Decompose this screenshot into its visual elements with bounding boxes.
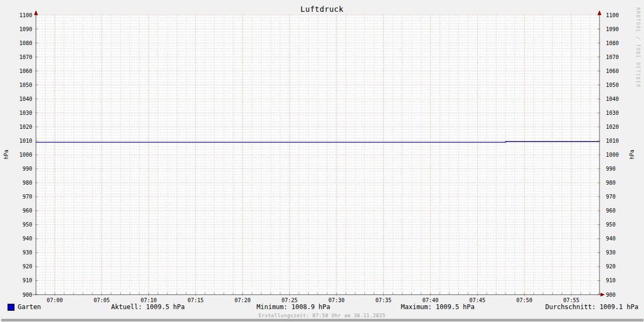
svg-text:950: 950 [606, 222, 616, 228]
svg-text:960: 960 [606, 208, 616, 214]
svg-text:hPa: hPa [3, 150, 9, 159]
series-color-swatch [8, 304, 14, 311]
svg-text:07:10: 07:10 [141, 297, 157, 303]
bottom-scrollbar [1, 319, 643, 321]
svg-text:920: 920 [23, 264, 32, 269]
svg-text:990: 990 [23, 166, 32, 172]
rrdtool-watermark: RRDTOOL / TOBI OETIKER [635, 8, 640, 88]
svg-text:900: 900 [606, 292, 616, 298]
svg-text:07:20: 07:20 [235, 297, 251, 303]
svg-text:930: 930 [606, 250, 616, 255]
svg-text:1030: 1030 [606, 110, 619, 116]
svg-text:1070: 1070 [606, 54, 619, 60]
svg-text:990: 990 [606, 166, 616, 172]
series-label: Garten [18, 303, 41, 311]
svg-text:940: 940 [23, 236, 32, 241]
svg-text:1030: 1030 [19, 110, 32, 116]
x-axis-arrow [601, 293, 605, 297]
stat-minimum: Minimum: 1008.9 hPa [257, 303, 330, 311]
creation-timestamp: Erstellungszeit: 07:58 Uhr am 30.11.2025 [0, 313, 644, 318]
svg-text:07:55: 07:55 [563, 297, 579, 303]
svg-text:1090: 1090 [19, 26, 32, 32]
svg-text:07:35: 07:35 [375, 297, 391, 303]
svg-text:07:05: 07:05 [93, 297, 109, 303]
svg-text:950: 950 [23, 222, 32, 228]
svg-text:910: 910 [606, 277, 616, 283]
svg-text:930: 930 [23, 250, 32, 255]
svg-text:900: 900 [23, 292, 32, 298]
rrdtool-graph-page: 9009009109109209209309309409409509509609… [0, 0, 644, 322]
svg-text:1000: 1000 [606, 152, 619, 158]
svg-text:07:30: 07:30 [328, 297, 345, 303]
stat-aktuell: Aktuell: 1009.5 hPa [111, 303, 185, 311]
svg-text:1020: 1020 [19, 124, 32, 130]
svg-text:1050: 1050 [606, 82, 619, 88]
svg-text:07:40: 07:40 [422, 297, 438, 303]
svg-text:1040: 1040 [606, 96, 619, 102]
svg-text:07:00: 07:00 [47, 297, 63, 303]
svg-text:07:50: 07:50 [516, 297, 532, 303]
svg-text:980: 980 [23, 180, 32, 186]
svg-text:960: 960 [23, 208, 32, 214]
svg-text:970: 970 [606, 194, 616, 200]
svg-text:1090: 1090 [606, 26, 619, 32]
svg-text:940: 940 [606, 236, 616, 241]
svg-text:1010: 1010 [19, 138, 32, 144]
svg-text:hPa: hPa [629, 150, 635, 159]
svg-text:07:45: 07:45 [469, 297, 485, 303]
svg-text:1000: 1000 [19, 152, 32, 158]
legend-row: Garten Aktuell: 1009.5 hPa Minimum: 1008… [0, 303, 644, 311]
svg-text:980: 980 [606, 180, 616, 186]
svg-text:1060: 1060 [19, 68, 32, 74]
svg-text:1010: 1010 [606, 138, 619, 144]
svg-text:07:15: 07:15 [187, 297, 203, 303]
stat-maximum: Maximum: 1009.5 hPa [401, 303, 474, 311]
svg-text:920: 920 [606, 264, 616, 269]
svg-text:1080: 1080 [19, 40, 32, 46]
svg-text:1060: 1060 [606, 68, 619, 74]
svg-text:1020: 1020 [606, 124, 619, 130]
svg-text:910: 910 [23, 277, 32, 283]
chart-title: Luftdruck [0, 5, 644, 13]
stat-durchschnitt: Durchschnitt: 1009.1 hPa [545, 303, 638, 311]
svg-text:1040: 1040 [19, 96, 32, 102]
svg-text:1070: 1070 [19, 54, 32, 60]
chart-canvas: 9009009109109209209309309409409509509609… [0, 0, 644, 322]
svg-text:1080: 1080 [606, 40, 619, 46]
svg-text:970: 970 [23, 194, 32, 200]
svg-text:07:25: 07:25 [281, 297, 297, 303]
svg-text:1050: 1050 [19, 82, 32, 88]
